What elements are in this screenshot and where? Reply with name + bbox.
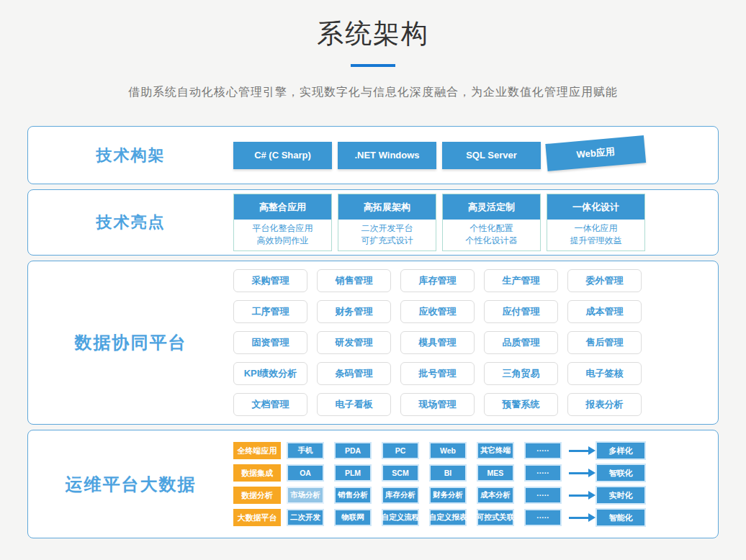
highlight-card-line: 一体化应用 bbox=[547, 222, 644, 235]
module-button[interactable]: 条码管理 bbox=[317, 362, 391, 385]
bigdata-item[interactable]: PDA bbox=[334, 442, 372, 459]
bigdata-item[interactable]: MES bbox=[477, 464, 514, 482]
highlight-card-line: 高效协同作业 bbox=[234, 235, 331, 247]
tech-stack-label: 技术构架 bbox=[96, 146, 166, 164]
bigdata-item[interactable]: 自定义报表 bbox=[429, 509, 467, 526]
right-arrow-icon bbox=[569, 494, 589, 497]
bigdata-item[interactable]: 销售分析 bbox=[334, 487, 372, 504]
section-bigdata: 运维平台大数据 全终端应用 手机 PDA PC Web 其它终端 ····· 多… bbox=[27, 430, 719, 538]
bigdata-item[interactable]: 物联网 bbox=[334, 509, 372, 526]
module-button[interactable]: 应付管理 bbox=[484, 300, 558, 323]
bigdata-item[interactable]: 其它终端 bbox=[477, 442, 514, 459]
module-button[interactable]: 现场管理 bbox=[400, 393, 475, 416]
bigdata-item[interactable]: 手机 bbox=[287, 442, 324, 459]
module-row: 采购管理 销售管理 库存管理 生产管理 委外管理 bbox=[233, 269, 642, 292]
bigdata-item[interactable]: Web bbox=[429, 442, 467, 459]
bigdata-item-ellipsis[interactable]: ····· bbox=[524, 487, 562, 504]
right-arrow-icon bbox=[569, 472, 589, 474]
module-button[interactable]: 三角贸易 bbox=[484, 362, 558, 385]
module-button[interactable]: 模具管理 bbox=[400, 331, 475, 354]
module-button[interactable]: 财务管理 bbox=[317, 300, 391, 323]
bigdata-item[interactable]: 成本分析 bbox=[477, 487, 514, 504]
highlight-card: 高整合应用 平台化整合应用 高效协同作业 bbox=[233, 194, 332, 251]
module-button[interactable]: 成本管理 bbox=[567, 300, 642, 323]
module-button[interactable]: 预警系统 bbox=[484, 393, 558, 416]
bigdata-row-terminals: 全终端应用 手机 PDA PC Web 其它终端 ····· 多样化 bbox=[233, 441, 646, 460]
bigdata-item[interactable]: OA bbox=[287, 464, 324, 482]
highlight-cards: 高整合应用 平台化整合应用 高效协同作业 高拓展架构 二次开发平台 可扩充式设计… bbox=[233, 194, 645, 251]
section-tech-stack: 技术构架 C# (C Sharp) .NET Windows SQL Serve… bbox=[27, 126, 719, 184]
module-button[interactable]: 委外管理 bbox=[567, 269, 642, 292]
bigdata-result-button[interactable]: 实时化 bbox=[596, 486, 646, 505]
bigdata-item[interactable]: 可控式关联 bbox=[477, 509, 514, 526]
tech-button-csharp[interactable]: C# (C Sharp) bbox=[233, 142, 332, 169]
highlight-card-title: 高拓展架构 bbox=[338, 194, 436, 220]
bigdata-label-area: 运维平台大数据 bbox=[28, 473, 233, 496]
page-header: 系统架构 借助系统自动化核心管理引擎，实现数字化与信息化深度融合，为企业数值化管… bbox=[0, 0, 746, 100]
bigdata-item-ellipsis[interactable]: ····· bbox=[524, 509, 562, 526]
module-row: KPI绩效分析 条码管理 批号管理 三角贸易 电子签核 bbox=[233, 362, 642, 385]
bigdata-item[interactable]: PLM bbox=[334, 464, 372, 482]
highlight-card-title: 高整合应用 bbox=[234, 194, 331, 220]
right-arrow-icon bbox=[569, 450, 589, 452]
module-button[interactable]: 销售管理 bbox=[317, 269, 391, 292]
highlight-card-line: 个性化设计器 bbox=[443, 235, 540, 247]
bigdata-item[interactable]: 市场分析 bbox=[287, 487, 324, 504]
module-button[interactable]: 生产管理 bbox=[484, 269, 558, 292]
bigdata-item[interactable]: BI bbox=[429, 464, 467, 482]
highlight-card: 高灵活定制 个性化配置 个性化设计器 bbox=[442, 194, 541, 251]
module-button[interactable]: 批号管理 bbox=[400, 362, 475, 385]
tech-stack-buttons: C# (C Sharp) .NET Windows SQL Server Web… bbox=[233, 142, 645, 169]
highlight-card-title: 一体化设计 bbox=[547, 194, 644, 220]
module-button[interactable]: 应收管理 bbox=[400, 300, 475, 323]
module-button[interactable]: 电子签核 bbox=[567, 362, 642, 385]
module-button[interactable]: 固资管理 bbox=[233, 331, 307, 354]
module-button[interactable]: 工序管理 bbox=[233, 300, 307, 323]
highlight-card: 一体化设计 一体化应用 提升管理效益 bbox=[547, 194, 645, 251]
module-button[interactable]: 采购管理 bbox=[233, 269, 307, 292]
bigdata-label: 运维平台大数据 bbox=[66, 474, 197, 494]
highlights-label: 技术亮点 bbox=[96, 213, 166, 231]
right-arrow-icon bbox=[569, 517, 589, 519]
highlight-card-line: 二次开发平台 bbox=[338, 222, 436, 235]
title-underline bbox=[351, 64, 395, 67]
module-button[interactable]: 研发管理 bbox=[317, 331, 391, 354]
platform-label-area: 数据协同平台 bbox=[28, 331, 233, 354]
module-button[interactable]: 电子看板 bbox=[317, 393, 391, 416]
module-button[interactable]: 文档管理 bbox=[233, 393, 307, 416]
module-button[interactable]: 报表分析 bbox=[567, 393, 642, 416]
highlight-card: 高拓展架构 二次开发平台 可扩充式设计 bbox=[338, 194, 436, 251]
module-row: 固资管理 研发管理 模具管理 品质管理 售后管理 bbox=[233, 331, 642, 354]
bigdata-item[interactable]: 库存分析 bbox=[382, 487, 419, 504]
bigdata-result-button[interactable]: 智能化 bbox=[596, 508, 646, 527]
platform-label: 数据协同平台 bbox=[75, 333, 187, 352]
bigdata-item[interactable]: SCM bbox=[382, 464, 419, 482]
module-button[interactable]: 售后管理 bbox=[567, 331, 642, 354]
highlight-card-line: 个性化配置 bbox=[443, 222, 540, 235]
bigdata-item[interactable]: 自定义流程 bbox=[382, 509, 419, 526]
bigdata-result-button[interactable]: 多样化 bbox=[596, 441, 646, 460]
bigdata-item[interactable]: 财务分析 bbox=[429, 487, 467, 504]
section-platform: 数据协同平台 采购管理 销售管理 库存管理 生产管理 委外管理 工序管理 财务管… bbox=[27, 261, 719, 425]
tech-button-dotnet[interactable]: .NET Windows bbox=[338, 142, 436, 169]
highlight-card-line: 可扩充式设计 bbox=[338, 235, 436, 247]
bigdata-row-platform: 大数据平台 二次开发 物联网 自定义流程 自定义报表 可控式关联 ····· 智… bbox=[233, 508, 646, 527]
bigdata-item-ellipsis[interactable]: ····· bbox=[524, 442, 562, 459]
bigdata-item[interactable]: 二次开发 bbox=[287, 509, 324, 526]
bigdata-category-badge: 全终端应用 bbox=[233, 442, 281, 459]
bigdata-category-badge: 大数据平台 bbox=[233, 509, 281, 526]
tech-button-web[interactable]: Web应用 bbox=[545, 135, 646, 171]
bigdata-item-ellipsis[interactable]: ····· bbox=[524, 464, 562, 482]
section-highlights: 技术亮点 高整合应用 平台化整合应用 高效协同作业 高拓展架构 二次开发平台 可… bbox=[27, 189, 719, 256]
module-button[interactable]: 品质管理 bbox=[484, 331, 558, 354]
module-button[interactable]: 库存管理 bbox=[400, 269, 475, 292]
tech-button-sqlserver[interactable]: SQL Server bbox=[442, 142, 541, 169]
module-row: 工序管理 财务管理 应收管理 应付管理 成本管理 bbox=[233, 300, 642, 323]
bigdata-result-button[interactable]: 智联化 bbox=[596, 464, 646, 482]
bigdata-rows: 全终端应用 手机 PDA PC Web 其它终端 ····· 多样化 数据集成 … bbox=[233, 441, 646, 527]
bigdata-category-badge: 数据集成 bbox=[233, 464, 281, 482]
bigdata-category-badge: 数据分析 bbox=[233, 487, 281, 504]
bigdata-item[interactable]: PC bbox=[382, 442, 419, 459]
module-grid: 采购管理 销售管理 库存管理 生产管理 委外管理 工序管理 财务管理 应收管理 … bbox=[233, 269, 642, 416]
module-button[interactable]: KPI绩效分析 bbox=[233, 362, 307, 385]
